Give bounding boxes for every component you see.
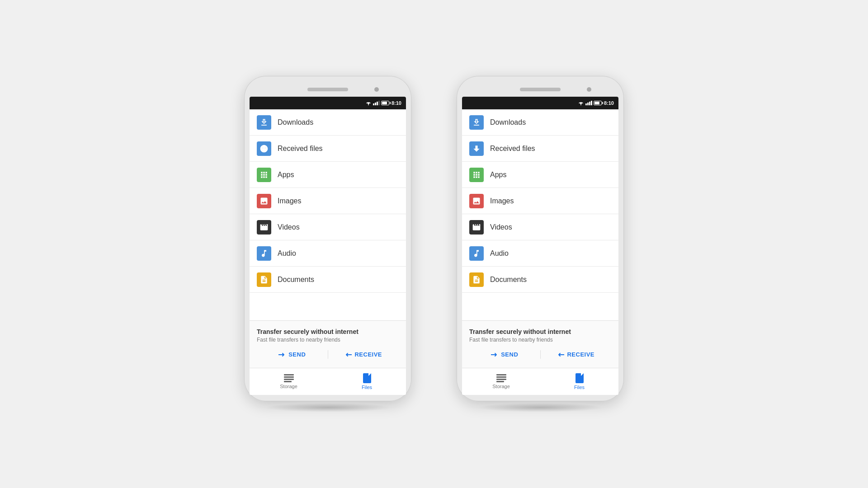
transfer-subtitle-1: Fast file transfers to nearby friends [257,337,399,343]
storage-nav-label-1: Storage [280,384,297,389]
images-label-1: Images [278,197,301,205]
phone-shadow-2 [477,403,604,412]
speaker-2 [520,88,561,91]
images-icon-1 [257,194,271,208]
screen-1: 8:10 Downloads Received files [250,97,406,395]
time-display-2: 8:10 [604,100,614,106]
receive-arrow-icon [344,352,352,358]
menu-item-downloads-2[interactable]: Downloads [462,109,618,136]
received-label-2: Received files [490,145,535,153]
camera-2 [587,87,591,92]
receive-arrow-icon-2 [557,352,564,358]
nav-files-2[interactable]: Files [540,368,618,395]
videos-icon-2 [469,220,484,235]
battery-fill-2 [594,102,599,104]
received-label-1: Received files [278,145,323,153]
send-arrow-icon [278,352,286,358]
documents-label-2: Documents [490,276,527,284]
menu-item-received-1[interactable]: Received files [250,136,406,162]
menu-item-apps-2[interactable]: Apps [462,162,618,188]
status-icons-2: 8:10 [578,100,614,106]
battery-icon [381,101,389,105]
images-icon-2 [469,194,484,208]
menu-list-2: Downloads Received files Apps [462,109,618,320]
menu-item-documents-2[interactable]: Documents [462,267,618,293]
menu-item-videos-2[interactable]: Videos [462,214,618,240]
signal-icon-2 [585,101,592,105]
screen-2: 8:10 Downloads Received files [462,97,618,395]
phone-shadow-1 [264,403,391,412]
receive-label-1: RECEIVE [354,351,382,358]
menu-item-apps-1[interactable]: Apps [250,162,406,188]
downloads-icon-2 [469,115,484,130]
downloads-label-1: Downloads [278,118,313,127]
send-button-1[interactable]: SEND [257,348,328,361]
phone-body-2: 8:10 Downloads Received files [457,76,624,401]
apps-label-1: Apps [278,171,294,179]
transfer-subtitle-2: Fast file transfers to nearby friends [469,337,611,343]
transfer-section-2: Transfer securely without internet Fast … [462,320,618,368]
send-button-2[interactable]: SEND [469,348,540,361]
menu-item-images-2[interactable]: Images [462,188,618,214]
wifi-icon-2 [578,101,584,106]
time-display-1: 8:10 [392,100,401,106]
files-nav-label-2: Files [574,385,585,390]
status-icons-1: 8:10 [365,100,401,106]
downloads-label-2: Downloads [490,118,526,127]
status-bar-1: 8:10 [250,97,406,109]
phone-body-1: 8:10 Downloads Received files [244,76,411,401]
audio-label-2: Audio [490,249,509,258]
storage-nav-icon-1 [284,374,294,382]
nav-storage-2[interactable]: Storage [462,368,540,395]
menu-item-audio-1[interactable]: Audio [250,240,406,267]
audio-label-1: Audio [278,249,296,258]
wifi-icon [365,101,372,106]
menu-item-downloads-1[interactable]: Downloads [250,109,406,136]
menu-item-received-2[interactable]: Received files [462,136,618,162]
phone-1: 8:10 Downloads Received files [244,76,411,412]
documents-icon-2 [469,272,484,287]
transfer-title-1: Transfer securely without internet [257,328,399,335]
files-nav-label-1: Files [362,385,372,390]
camera-1 [374,87,379,92]
receive-label-2: RECEIVE [567,351,594,358]
received-icon-2 [469,141,484,156]
videos-icon-1 [257,220,271,235]
status-bar-2: 8:10 [462,97,618,109]
storage-nav-label-2: Storage [492,384,510,389]
apps-icon-1 [257,168,271,182]
battery-icon-2 [594,101,602,105]
apps-icon-2 [469,168,484,182]
documents-icon-1 [257,272,271,287]
transfer-section-1: Transfer securely without internet Fast … [250,320,406,368]
receive-button-1[interactable]: RECEIVE [328,348,399,361]
transfer-title-2: Transfer securely without internet [469,328,611,335]
audio-icon-1 [257,246,271,261]
nav-storage-1[interactable]: Storage [250,368,328,395]
audio-icon-2 [469,246,484,261]
transfer-buttons-1: SEND RECEIVE [257,348,399,361]
nav-files-1[interactable]: Files [328,368,406,395]
menu-item-videos-1[interactable]: Videos [250,214,406,240]
receive-button-2[interactable]: RECEIVE [541,348,612,361]
received-icon-1 [257,141,271,156]
send-arrow-icon-2 [491,352,498,358]
files-nav-icon-2 [576,373,584,383]
bottom-nav-2: Storage Files [462,368,618,395]
send-label-2: SEND [501,351,518,358]
bottom-nav-1: Storage Files [250,368,406,395]
phone-top-2 [462,82,618,97]
menu-item-documents-1[interactable]: Documents [250,267,406,293]
menu-item-audio-2[interactable]: Audio [462,240,618,267]
videos-label-1: Videos [278,223,300,231]
images-label-2: Images [490,197,514,205]
speaker-1 [307,88,348,91]
menu-item-images-1[interactable]: Images [250,188,406,214]
send-label-1: SEND [288,351,306,358]
phone-2: 8:10 Downloads Received files [457,76,624,412]
battery-fill [382,102,387,104]
signal-icon [373,101,380,105]
downloads-icon-1 [257,115,271,130]
files-nav-icon-1 [363,373,371,383]
menu-list-1: Downloads Received files Apps [250,109,406,320]
